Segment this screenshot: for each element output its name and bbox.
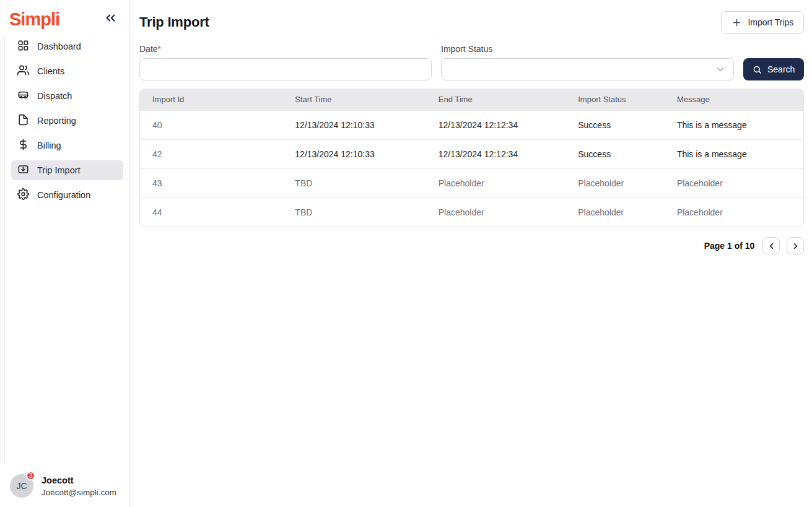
table-header-row: Import Id Start Time End Time Import Sta… — [140, 89, 803, 110]
sidebar-item-reporting[interactable]: Reporting — [11, 111, 123, 131]
cell-import-status: Success — [565, 139, 665, 168]
sidebar-item-label: Configuration — [37, 190, 90, 200]
main-content: Trip Import Import Trips Date* Import St… — [130, 0, 812, 507]
cell-start-time: TBD — [282, 197, 426, 227]
cell-start-time: 12/13/2024 12:10:33 — [282, 139, 426, 168]
user-profile[interactable]: JC 3 Joecott Joecott@simpli.com — [10, 474, 116, 498]
cell-message: This is a message — [665, 139, 803, 168]
column-header-end-time: End Time — [426, 89, 566, 110]
required-marker: * — [158, 44, 161, 54]
dashboard-icon — [17, 40, 29, 53]
cell-import-id: 44 — [140, 197, 282, 227]
cell-import-id: 40 — [140, 110, 282, 139]
sidebar-item-dispatch[interactable]: Dispatch — [11, 86, 123, 106]
date-label: Date* — [139, 44, 432, 54]
import-status-select[interactable] — [441, 58, 734, 80]
cell-start-time: 12/13/2024 12:10:33 — [282, 110, 426, 139]
cell-end-time: 12/13/2024 12:12:34 — [426, 110, 566, 139]
sidebar-item-label: Dashboard — [37, 41, 81, 51]
sidebar-item-configuration[interactable]: Configuration — [11, 185, 123, 205]
double-chevron-left-icon — [103, 11, 117, 27]
page-indicator: Page 1 of 10 — [704, 241, 755, 251]
sidebar-header: Simpli — [0, 0, 129, 35]
cell-message: Placeholder — [665, 197, 803, 227]
table-row[interactable]: 40 12/13/2024 12:10:33 12/13/2024 12:12:… — [140, 110, 803, 139]
sidebar-nav: Dashboard Clients Dispatch — [0, 35, 129, 205]
import-status-label: Import Status — [441, 44, 734, 54]
notification-badge: 3 — [26, 471, 35, 480]
chevron-right-icon — [791, 241, 800, 251]
pagination: Page 1 of 10 — [139, 237, 804, 254]
search-button-label: Search — [767, 64, 795, 74]
sidebar: Simpli Dashboard — [0, 0, 130, 507]
sidebar-item-label: Billing — [37, 141, 61, 150]
cell-import-status: Placeholder — [565, 197, 665, 227]
clients-icon — [17, 64, 29, 78]
date-input[interactable] — [139, 58, 432, 80]
cell-message: Placeholder — [665, 168, 803, 197]
sidebar-scrollbar-track[interactable] — [0, 35, 5, 462]
column-header-import-status: Import Status — [565, 89, 665, 110]
sidebar-item-label: Dispatch — [37, 91, 72, 101]
sidebar-item-label: Trip Import — [37, 165, 81, 175]
cell-end-time: Placeholder — [426, 197, 566, 227]
cell-end-time: Placeholder — [426, 168, 566, 197]
sidebar-item-billing[interactable]: Billing — [11, 136, 123, 155]
avatar[interactable]: JC 3 — [10, 474, 33, 498]
user-info: Joecott Joecott@simpli.com — [41, 475, 116, 497]
column-header-import-id: Import Id — [140, 89, 282, 110]
cell-import-status: Placeholder — [565, 168, 665, 197]
trip-import-icon — [17, 163, 29, 177]
user-name: Joecott — [41, 475, 116, 485]
plus-icon — [731, 17, 742, 28]
cell-end-time: 12/13/2024 12:12:34 — [426, 139, 566, 168]
import-trips-button[interactable]: Import Trips — [721, 11, 804, 34]
import-status-field-group: Import Status — [441, 44, 734, 80]
filter-bar: Date* Import Status Search — [139, 44, 804, 80]
next-page-button[interactable] — [787, 237, 804, 254]
chevron-left-icon — [767, 241, 776, 251]
reporting-icon — [17, 114, 29, 128]
previous-page-button[interactable] — [762, 237, 780, 254]
column-header-message: Message — [665, 89, 803, 110]
configuration-icon — [17, 188, 29, 202]
search-button[interactable]: Search — [743, 58, 804, 80]
sidebar-item-label: Reporting — [37, 116, 76, 126]
table-row[interactable]: 43 TBD Placeholder Placeholder Placehold… — [140, 168, 803, 197]
page-header: Trip Import Import Trips — [139, 0, 804, 34]
cell-message: This is a message — [665, 110, 803, 139]
page-title: Trip Import — [139, 14, 209, 30]
imports-table: Import Id Start Time End Time Import Sta… — [139, 89, 804, 227]
sidebar-item-clients[interactable]: Clients — [11, 61, 123, 81]
billing-icon — [17, 139, 29, 152]
date-field-group: Date* — [139, 44, 432, 80]
column-header-start-time: Start Time — [282, 89, 426, 110]
dispatch-icon — [17, 89, 29, 103]
sidebar-collapse-button[interactable] — [103, 11, 117, 27]
app-logo: Simpli — [9, 11, 59, 28]
import-trips-label: Import Trips — [748, 17, 793, 27]
search-icon — [753, 65, 762, 74]
user-email: Joecott@simpli.com — [41, 488, 116, 497]
table-row[interactable]: 44 TBD Placeholder Placeholder Placehold… — [140, 197, 803, 227]
table-row[interactable]: 42 12/13/2024 12:10:33 12/13/2024 12:12:… — [140, 139, 803, 168]
cell-start-time: TBD — [282, 168, 426, 197]
cell-import-id: 43 — [140, 168, 282, 197]
chevron-down-icon — [715, 64, 726, 75]
cell-import-status: Success — [565, 110, 665, 139]
avatar-initials: JC — [16, 481, 27, 491]
sidebar-item-label: Clients — [37, 66, 64, 76]
sidebar-item-dashboard[interactable]: Dashboard — [11, 37, 123, 56]
cell-import-id: 42 — [140, 139, 282, 168]
sidebar-item-trip-import[interactable]: Trip Import — [11, 160, 123, 180]
